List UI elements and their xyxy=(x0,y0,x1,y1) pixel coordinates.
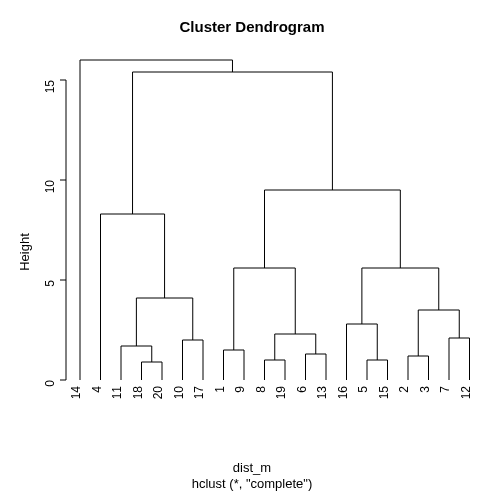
dendrogram-lines xyxy=(80,60,470,380)
leaf-label-13: 13 xyxy=(315,386,329,400)
y-tick-label-5: 5 xyxy=(43,280,57,287)
y-axis xyxy=(60,80,66,380)
dendrogram-chart: 0 5 10 15 xyxy=(0,0,504,504)
leaf-label-14: 14 xyxy=(69,386,83,400)
leaf-label-3: 3 xyxy=(418,386,432,393)
leaf-label-5: 5 xyxy=(356,386,370,393)
y-tick-label-0: 0 xyxy=(43,380,57,387)
leaf-label-4: 4 xyxy=(90,386,104,393)
leaf-label-8: 8 xyxy=(254,386,268,393)
leaf-label-11: 11 xyxy=(110,386,124,400)
leaf-label-10: 10 xyxy=(172,386,186,400)
leaf-label-18: 18 xyxy=(131,386,145,400)
leaf-label-9: 9 xyxy=(233,386,247,393)
leaf-label-20: 20 xyxy=(151,386,165,400)
leaf-label-16: 16 xyxy=(336,386,350,400)
leaf-label-2: 2 xyxy=(397,386,411,393)
leaf-labels: 14 4 11 18 20 10 17 1 9 8 19 6 13 16 5 1… xyxy=(69,386,473,400)
leaf-label-19: 19 xyxy=(274,386,288,400)
y-tick-label-15: 15 xyxy=(43,80,57,94)
y-tick-label-10: 10 xyxy=(43,180,57,194)
leaf-label-1: 1 xyxy=(213,386,227,393)
leaf-label-17: 17 xyxy=(192,386,206,400)
leaf-label-6: 6 xyxy=(295,386,309,393)
leaf-label-7: 7 xyxy=(438,386,452,393)
leaf-label-12: 12 xyxy=(459,386,473,400)
leaf-label-15: 15 xyxy=(377,386,391,400)
